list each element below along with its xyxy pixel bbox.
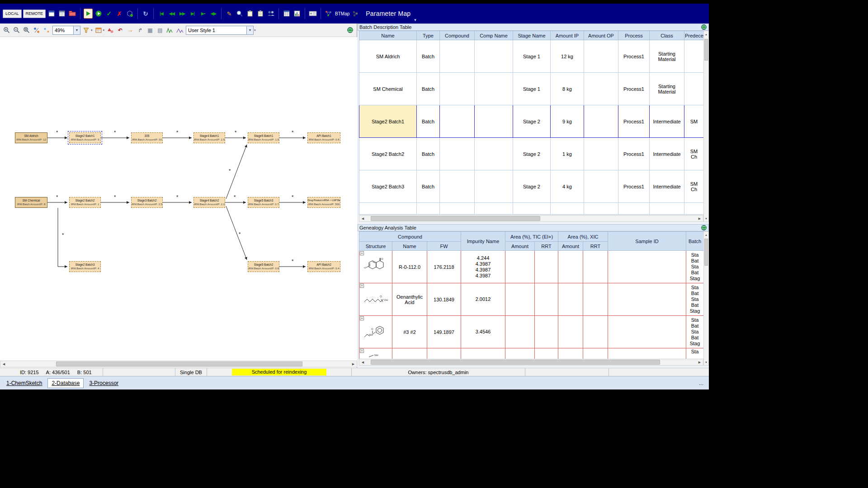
cell-compound-name[interactable]: Oenanthylic Acid — [392, 283, 427, 316]
column-header-name[interactable]: Name — [359, 31, 417, 40]
scrollbar-thumb[interactable] — [704, 239, 708, 266]
zoom-region-icon[interactable] — [23, 26, 31, 34]
peaks-alt-icon[interactable] — [176, 26, 184, 34]
cell-type[interactable]: Batch — [417, 105, 440, 138]
cell-batch[interactable]: Sta Bat Sta Bat Stag — [686, 283, 704, 316]
cell-compound-name[interactable]: R-0-112.0 — [392, 251, 427, 283]
nav-compare-icon[interactable]: ◀▶ — [209, 9, 218, 19]
column-header-batch[interactable]: Batch — [686, 232, 704, 251]
cell-amount-tic[interactable] — [505, 251, 535, 283]
cell-predecessor[interactable]: SM Ch — [684, 170, 704, 203]
column-header-process[interactable]: Process — [618, 31, 650, 40]
user-style-select[interactable]: User Style 1 ▼ — [186, 26, 254, 35]
diagram-node-stage4-batch2[interactable]: Stage4 Batch2IRM.Batch.AmountIP: 2.2 — [193, 197, 225, 208]
cell-batch[interactable]: Sta Bat Sta Bat Stag — [686, 251, 704, 283]
open-window-icon[interactable] — [57, 9, 66, 19]
cell-name[interactable]: SM Aldrich — [359, 40, 417, 73]
chart-view-icon[interactable] — [292, 9, 302, 19]
diagram-node-stage2-batch2[interactable]: Stage2 Batch2IRM.Batch.AmountIP: 1 — [69, 197, 101, 208]
diagram-node-drug-product[interactable]: Drug Product mRNA -> LNP BatchIRM.Batch.… — [307, 197, 340, 208]
cell-amount-ip[interactable]: 12 kg — [551, 40, 584, 73]
diagram-node-stage5-batch3[interactable]: Stage5 Batch3IRM.Batch.AmountIP: 0.75 — [248, 197, 279, 208]
cell-empty[interactable] — [684, 203, 704, 215]
scroll-right-icon[interactable]: ▶ — [696, 359, 703, 365]
cell-comp-name[interactable] — [475, 170, 513, 203]
column-header-structure[interactable]: Structure — [359, 242, 392, 251]
tab-chemsketch[interactable]: 1-ChemSketch — [3, 378, 46, 388]
column-header-fw[interactable]: FW — [427, 242, 461, 251]
cell-compound[interactable] — [440, 170, 475, 203]
scroll-left-icon[interactable]: ◀ — [359, 359, 366, 365]
group-header-area-xic[interactable]: Area (%), XIC — [558, 232, 608, 242]
cell-compound-name[interactable]: #3 #2 — [392, 316, 427, 348]
cell-process[interactable]: Process1 — [618, 105, 650, 138]
nav-first-icon[interactable]: |◀ — [157, 9, 166, 19]
annotate-pen-icon[interactable]: ✎ — [225, 9, 234, 19]
cell-amount-ip[interactable]: 4 kg — [551, 170, 584, 203]
scrollbar-track[interactable] — [704, 37, 708, 216]
id-card-icon[interactable] — [308, 9, 317, 19]
globe-icon[interactable] — [346, 26, 354, 34]
users-icon[interactable] — [266, 9, 275, 19]
genealogy-table-horizontal-scrollbar[interactable]: ◀ ▶ — [359, 359, 703, 366]
cell-batch[interactable]: Sta Bat Sta Bat Stag — [686, 316, 704, 348]
cell-fw[interactable]: 149.1897 — [427, 316, 461, 348]
resume-icon[interactable] — [94, 9, 103, 19]
remote-button[interactable]: REMOTE — [23, 9, 46, 18]
cell-amount-op[interactable] — [584, 73, 618, 105]
cell-amount-tic[interactable] — [505, 316, 535, 348]
column-header-amount-ip[interactable]: Amount IP — [551, 31, 584, 40]
cell-structure[interactable]: + -oO — [359, 251, 392, 283]
cell-sample-id[interactable] — [608, 316, 686, 348]
cell-impurity-name[interactable]: 2.0012 — [461, 283, 505, 316]
cell-amount-op[interactable] — [584, 138, 618, 170]
undo-icon[interactable]: ↶ — [116, 26, 124, 34]
scrollbar-thumb[interactable] — [56, 361, 302, 366]
column-header-rrt-xic[interactable]: RRT — [583, 242, 608, 251]
cell-stage[interactable]: Stage 1 — [513, 40, 551, 73]
cell-empty[interactable] — [475, 203, 513, 215]
zoom-out-icon[interactable] — [13, 26, 21, 34]
filter-caret-icon[interactable]: ▾ — [91, 28, 93, 32]
expand-icon[interactable]: + — [360, 284, 364, 288]
cell-process[interactable]: Process1 — [618, 40, 650, 73]
paste-new-icon[interactable] — [245, 9, 255, 19]
diagram-node-305[interactable]: 305IRM.Batch.AmountIP: 50 — [131, 132, 163, 143]
chevron-down-icon[interactable]: ▼ — [246, 26, 253, 34]
cell-empty[interactable] — [513, 203, 551, 215]
cell-type[interactable]: Batch — [417, 138, 440, 170]
tab-database[interactable]: 2-Database — [47, 378, 84, 388]
cell-class[interactable]: Starting Material — [650, 73, 684, 105]
filter-icon[interactable] — [82, 26, 90, 34]
cell-compound[interactable] — [440, 138, 475, 170]
cell-rrt-tic[interactable] — [535, 316, 558, 348]
expand-icon[interactable]: + — [360, 349, 364, 353]
cell-amount-xic[interactable] — [558, 316, 583, 348]
cell-empty[interactable] — [440, 203, 475, 215]
chevron-down-icon[interactable]: ▼ — [73, 26, 80, 34]
diagram-node-stage2-batch3[interactable]: Stage2 Batch3IRM.Batch.AmountIP: 4 — [69, 261, 101, 272]
scroll-right-icon[interactable]: ▶ — [696, 216, 703, 221]
cell-comp-name[interactable] — [475, 40, 513, 73]
cell-sample-id[interactable] — [608, 283, 686, 316]
cell-empty[interactable] — [417, 203, 440, 215]
scroll-down-icon[interactable]: ▼ — [704, 216, 708, 221]
cell-class[interactable]: Intermediate — [650, 138, 684, 170]
cell-comp-name[interactable] — [475, 138, 513, 170]
nav-run-icon[interactable]: ▶▪ — [198, 9, 208, 19]
scroll-right-icon[interactable]: ▶ — [350, 361, 357, 367]
cell-impurity-name[interactable]: 3.4546 — [461, 316, 505, 348]
style-grid-caret-icon[interactable]: ▾ — [103, 28, 105, 32]
zoom-level-select[interactable]: 49% ▼ — [52, 26, 80, 35]
cell-impurity-name[interactable]: 4.244 4.3987 4.3987 4.3987 — [461, 251, 505, 283]
cell-comp-name[interactable] — [475, 105, 513, 138]
scrollbar-track[interactable] — [7, 361, 350, 367]
refresh-icon[interactable]: ↻ — [141, 9, 150, 19]
cell-class[interactable]: Intermediate — [650, 105, 684, 138]
scroll-up-icon[interactable]: ▲ — [704, 232, 708, 238]
layout-grid-icon[interactable]: ▦ — [146, 26, 154, 34]
column-header-impurity-name[interactable]: Impurity Name — [461, 232, 505, 251]
scrollbar-track[interactable] — [366, 359, 696, 365]
expand-icon[interactable]: + — [360, 251, 364, 255]
cell-predecessor[interactable]: SM Ch — [684, 138, 704, 170]
